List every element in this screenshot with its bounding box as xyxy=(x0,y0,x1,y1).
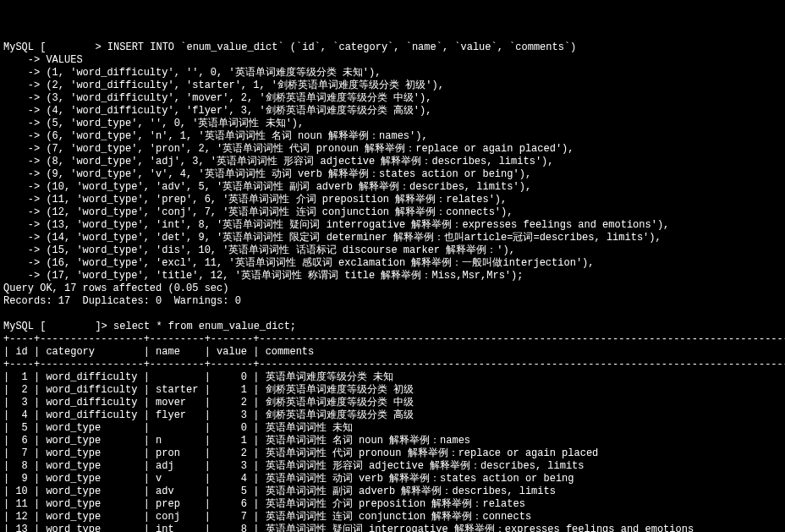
terminal-output: MySQL [> INSERT INTO `enum_value_dict` (… xyxy=(3,41,782,532)
